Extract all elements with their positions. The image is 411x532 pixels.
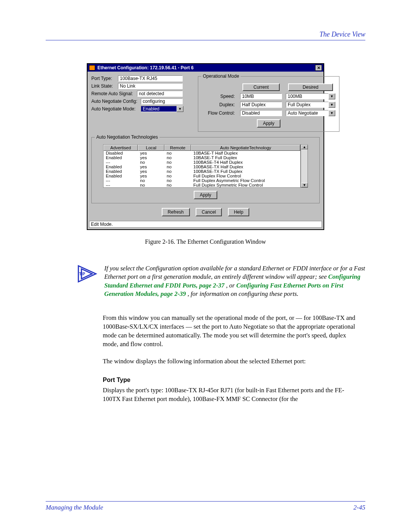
window-title: Ethernet Configuration: 172.19.56.41 - P…: [97, 65, 315, 70]
footer-left: Managing the Module: [46, 504, 103, 511]
neg-tech-header: Advertised Local Remote Auto NegotiateTe…: [104, 145, 300, 151]
neg-tech-table[interactable]: Advertised Local Remote Auto NegotiateTe…: [103, 144, 301, 188]
chevron-down-icon[interactable]: ▼: [177, 106, 183, 112]
table-row[interactable]: ---nonoFull Duplex Asymmetric Flow Contr…: [104, 178, 300, 183]
section-heading-port-type: Port Type: [103, 377, 362, 383]
flow-desired-value: Auto Negotiate: [286, 110, 328, 116]
remote-auto-signal-label: Remote Auto Signal:: [91, 91, 137, 96]
operational-mode-group: Operational Mode Current Desired Speed: …: [198, 76, 339, 132]
flow-label: Flow Control:: [202, 110, 236, 116]
duplex-desired-value: Full Duplex: [286, 102, 328, 108]
cancel-button[interactable]: Cancel: [196, 208, 222, 216]
table-row[interactable]: ---nono100BASE-T4 Half Duplex: [104, 160, 300, 165]
table-row[interactable]: Enabledyesno10BASE-T Full Duplex: [104, 155, 300, 160]
titlebar[interactable]: Ethernet Configuration: 172.19.56.41 - P…: [88, 64, 323, 72]
duplex-desired-select[interactable]: Full Duplex ▼: [286, 102, 335, 108]
col-tech[interactable]: Auto NegotiateTechnology: [191, 145, 300, 151]
speed-desired-value: 100MB: [286, 93, 328, 99]
table-row[interactable]: Enabledyesno100BASE-TX Half Duplex: [104, 165, 300, 169]
col-remote[interactable]: Remote: [164, 145, 191, 151]
col-local[interactable]: Local: [138, 145, 164, 151]
chevron-down-icon[interactable]: ▼: [328, 110, 335, 116]
speed-current: 10MB: [240, 93, 282, 99]
flow-desired-select[interactable]: Auto Negotiate ▼: [286, 110, 335, 116]
tip-text: If you select the Configuration option a…: [104, 264, 365, 298]
speed-label: Speed:: [202, 94, 236, 99]
figure-caption: Figure 2-16. The Ethernet Configuration …: [46, 238, 365, 245]
titlebar-icon: [89, 65, 95, 70]
operational-mode-title: Operational Mode: [201, 73, 241, 79]
table-row[interactable]: Enabledyesno100BASE-TX Full Duplex: [104, 169, 300, 174]
auto-neg-mode-value: Enabled: [141, 106, 177, 112]
link-state-value: No Link: [118, 83, 183, 89]
auto-neg-mode-label: Auto Negotiate Mode:: [91, 106, 141, 112]
link-state-label: Link State:: [91, 83, 118, 89]
page-number: 2-45: [354, 504, 365, 511]
body-paragraph: Displays the port's type: 100Base-TX RJ-…: [103, 386, 362, 403]
scroll-track[interactable]: [301, 149, 307, 183]
duplex-current: Half Duplex: [240, 102, 282, 108]
auto-neg-tech-group: Auto Negotiation Technologies Advertised…: [91, 137, 320, 203]
current-header: Current: [242, 83, 280, 91]
table-row[interactable]: ---nonoFull Duplex Symmetric Flow Contro…: [104, 183, 300, 187]
close-icon[interactable]: ✕: [315, 65, 322, 71]
flow-current: Disabled: [240, 110, 282, 116]
scrollbar[interactable]: ▲ ▼: [301, 144, 308, 188]
auto-neg-config-value: configuring: [141, 98, 183, 104]
body-paragraph: From this window you can manually set th…: [103, 313, 362, 348]
desired-header: Desired: [288, 83, 333, 91]
speed-desired-select[interactable]: 100MB ▼: [286, 93, 335, 99]
tip-badge: TIP: [79, 272, 85, 276]
remote-auto-signal-value: not detected: [137, 91, 183, 97]
ethernet-config-window: Ethernet Configuration: 172.19.56.41 - P…: [87, 63, 324, 230]
scroll-up-icon[interactable]: ▲: [301, 145, 308, 149]
apply-opmode-button[interactable]: Apply: [257, 119, 280, 128]
table-row[interactable]: Disabledyesno10BASE-T Half Duplex: [104, 151, 300, 155]
port-type-value: 100Base-TX RJ45: [118, 75, 183, 81]
header-section-title: The Device View: [46, 30, 365, 40]
port-type-label: Port Type:: [91, 76, 118, 81]
col-advertised[interactable]: Advertised: [104, 145, 138, 151]
help-button[interactable]: Help: [228, 208, 250, 216]
status-bar: Edit Mode.: [89, 221, 322, 228]
apply-neg-button[interactable]: Apply: [194, 191, 217, 199]
tip-icon: TIP: [76, 264, 97, 286]
chevron-down-icon[interactable]: ▼: [328, 93, 335, 99]
duplex-label: Duplex:: [202, 102, 236, 107]
auto-neg-tech-title: Auto Negotiation Technologies: [95, 134, 159, 140]
scroll-down-icon[interactable]: ▼: [301, 183, 308, 187]
chevron-down-icon[interactable]: ▼: [328, 102, 335, 108]
refresh-button[interactable]: Refresh: [162, 208, 190, 216]
auto-neg-config-label: Auto Negotiate Config:: [91, 99, 141, 104]
body-paragraph: The window displays the following inform…: [103, 357, 362, 366]
table-row[interactable]: EnabledyesnoFull Duplex Flow Control: [104, 174, 300, 178]
auto-neg-mode-select[interactable]: Enabled ▼: [141, 106, 183, 112]
